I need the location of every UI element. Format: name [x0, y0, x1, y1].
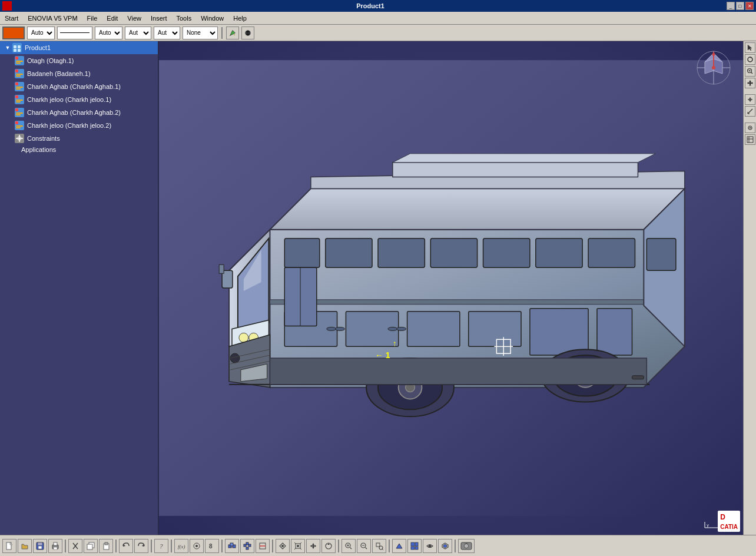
- color-button[interactable]: [2, 27, 25, 39]
- svg-rect-44: [430, 239, 477, 268]
- menu-start[interactable]: Start: [0, 12, 23, 24]
- maximize-button[interactable]: □: [736, 2, 744, 10]
- svg-marker-39: [393, 154, 655, 163]
- new-button[interactable]: [2, 539, 16, 553]
- tree-item-charkh-jeloo2[interactable]: Charkh jeloo (Charkh jeloo.2): [0, 119, 158, 132]
- explode-button[interactable]: [240, 539, 254, 553]
- multiview-button[interactable]: [407, 539, 422, 553]
- tree-item-applications[interactable]: Applications: [0, 145, 158, 154]
- cursor-tool-button[interactable]: [745, 42, 755, 53]
- svg-rect-29: [15, 121, 18, 124]
- open-button[interactable]: [18, 539, 32, 553]
- formula-button[interactable]: f(x): [174, 539, 188, 553]
- menu-tools[interactable]: Tools: [171, 12, 196, 24]
- lineweight-select[interactable]: Auto: [95, 27, 122, 39]
- viewport-3d[interactable]: ← 1 ↑: [159, 41, 743, 535]
- menu-window[interactable]: Window: [196, 12, 228, 24]
- pan-view-button[interactable]: [306, 539, 320, 553]
- main-area: ▼ Product1 Otagh (Otagh.1): [0, 41, 756, 535]
- snap-tool-button[interactable]: [745, 94, 755, 105]
- linetype-select[interactable]: Auto: [27, 27, 55, 39]
- save-button[interactable]: [33, 539, 47, 553]
- tree-item-constraints[interactable]: Constraints: [0, 132, 158, 145]
- tree-item-charkh-aghab2[interactable]: Charkh Aghab (Charkh Aghab.2): [0, 106, 158, 119]
- svg-rect-48: [270, 300, 684, 305]
- hide-show-button[interactable]: [745, 123, 755, 133]
- svg-rect-56: [469, 312, 521, 347]
- cut-button[interactable]: [68, 539, 82, 553]
- svg-rect-150: [246, 542, 248, 545]
- tree-item-label: Charkh Aghab (Charkh Aghab.2): [27, 109, 121, 116]
- svg-rect-6: [14, 49, 16, 52]
- tree-item-otagh[interactable]: Otagh (Otagh.1): [0, 54, 158, 67]
- svg-rect-83: [646, 239, 676, 271]
- counter-button[interactable]: 8: [205, 539, 219, 553]
- undo-button[interactable]: [119, 539, 133, 553]
- separator-2: [115, 540, 117, 552]
- svg-point-185: [465, 545, 467, 547]
- product-icon: [12, 42, 22, 53]
- other-tool-button[interactable]: [745, 134, 755, 145]
- none-select[interactable]: None: [183, 27, 218, 39]
- svg-rect-58: [597, 309, 632, 355]
- menu-insert[interactable]: Insert: [146, 12, 172, 24]
- thickness-select1[interactable]: Aut: [125, 27, 151, 39]
- normal-view-button[interactable]: [392, 539, 406, 553]
- close-button[interactable]: ✕: [745, 2, 754, 10]
- minimize-button[interactable]: _: [727, 2, 735, 10]
- svg-point-50: [327, 327, 336, 330]
- measure-tool-button[interactable]: [745, 106, 755, 117]
- copy-button[interactable]: [84, 539, 98, 553]
- pan-tool-button[interactable]: [745, 78, 755, 88]
- sphere-icon[interactable]: [241, 27, 254, 39]
- fit-select-button[interactable]: [291, 539, 305, 553]
- svg-rect-11: [16, 62, 21, 64]
- menu-help[interactable]: Help: [228, 12, 251, 24]
- thickness-select2[interactable]: Aut: [154, 27, 180, 39]
- rotate-tool-button[interactable]: [745, 54, 755, 65]
- hide-show-view-button[interactable]: [423, 539, 437, 553]
- zoom-area-button[interactable]: [372, 539, 386, 553]
- part-icon-cj1: [14, 94, 25, 105]
- redo-button[interactable]: [134, 539, 148, 553]
- separator-8: [389, 540, 390, 552]
- tree-item-charkh-aghab1[interactable]: Charkh Aghab (Charkh Aghab.1): [0, 80, 158, 93]
- menu-file[interactable]: File: [82, 12, 102, 24]
- svg-point-100: [712, 66, 715, 70]
- menu-edit[interactable]: Edit: [102, 12, 122, 24]
- tree-item-badaneh[interactable]: Badaneh (Badaneh.1): [0, 67, 158, 80]
- macro-button[interactable]: [190, 539, 204, 553]
- separator-3: [151, 540, 152, 552]
- menu-enovia[interactable]: ENOVIA V5 VPM: [23, 12, 82, 24]
- tree-item-product1[interactable]: ▼ Product1: [0, 41, 158, 54]
- fit-all-button[interactable]: [276, 539, 290, 553]
- svg-rect-57: [530, 309, 588, 355]
- what-is-button[interactable]: ?: [154, 539, 168, 553]
- svg-point-143: [195, 545, 198, 547]
- zoom-in-button[interactable]: [341, 539, 356, 553]
- rotate-view-button[interactable]: [321, 539, 336, 553]
- tree-item-charkh-jeloo1[interactable]: Charkh jeloo (Charkh jeloo.1): [0, 93, 158, 106]
- screenshot-button[interactable]: [458, 539, 475, 553]
- render-style-button[interactable]: [438, 539, 452, 553]
- paint-icon[interactable]: [226, 27, 239, 39]
- svg-rect-148: [244, 544, 246, 547]
- svg-marker-36: [270, 188, 684, 229]
- zoom-out-button[interactable]: [357, 539, 371, 553]
- paste-button[interactable]: [99, 539, 113, 553]
- svg-rect-42: [326, 239, 372, 268]
- svg-line-109: [751, 72, 752, 74]
- separator-4: [171, 540, 172, 552]
- assembly-button[interactable]: [225, 539, 239, 553]
- menu-view[interactable]: View: [122, 12, 146, 24]
- svg-point-51: [336, 327, 345, 330]
- section-button[interactable]: [256, 539, 270, 553]
- svg-rect-25: [15, 108, 18, 111]
- svg-line-166: [350, 547, 352, 549]
- zoom-tool-button[interactable]: [745, 66, 755, 77]
- svg-rect-22: [16, 100, 23, 101]
- svg-rect-127: [38, 542, 42, 545]
- print-button[interactable]: [48, 539, 62, 553]
- svg-rect-172: [376, 543, 380, 547]
- separator-9: [455, 540, 456, 552]
